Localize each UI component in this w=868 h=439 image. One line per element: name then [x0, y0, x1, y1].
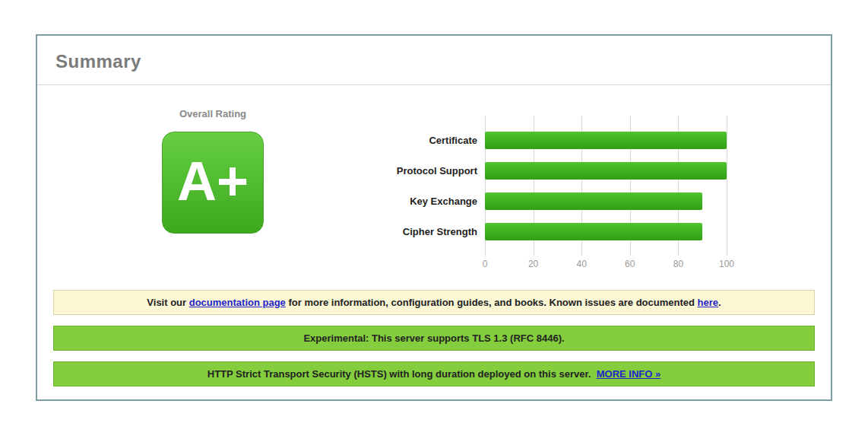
axis-tick-label: 20 — [528, 259, 538, 269]
chart-axis-spacer — [363, 256, 485, 269]
banner-list: Visit our documentation page for more in… — [37, 290, 831, 387]
chart-category-label: Certificate — [363, 125, 485, 155]
chart-bar-row — [485, 155, 727, 186]
overall-rating-label: Overall Rating — [161, 108, 265, 119]
banner-text-gap — [591, 368, 596, 380]
grade-badge: A+ — [162, 132, 264, 234]
banner-text: for more information, configuration guid… — [286, 297, 698, 308]
axis-tick-label: 60 — [625, 259, 635, 269]
hsts-more-info-link[interactable]: MORE INFO » — [597, 368, 661, 380]
chart-bar — [485, 162, 727, 180]
summary-header: Summary — [37, 36, 831, 85]
hsts-banner: HTTP Strict Transport Security (HSTS) wi… — [53, 361, 815, 387]
page-title: Summary — [55, 51, 813, 72]
chart-plot-area — [485, 116, 727, 256]
tls13-banner: Experimental: This server supports TLS 1… — [53, 326, 815, 351]
chart-category-label: Key Exchange — [363, 186, 485, 216]
chart-x-axis: 020406080100 — [485, 256, 727, 269]
grade-value: A+ — [177, 154, 249, 212]
banner-text: . — [718, 297, 721, 308]
chart-bar-row — [485, 216, 727, 247]
summary-content: Overall Rating A+ CertificateProtocol Su… — [37, 85, 831, 290]
axis-tick-label: 0 — [483, 259, 488, 269]
score-bar-chart: CertificateProtocol SupportKey ExchangeC… — [363, 116, 727, 269]
banner-text: HTTP Strict Transport Security (HSTS) wi… — [207, 368, 591, 380]
banner-text: Experimental: This server supports TLS 1… — [303, 332, 564, 344]
chart-main: CertificateProtocol SupportKey ExchangeC… — [363, 116, 727, 256]
chart-bar — [485, 223, 702, 240]
axis-tick-label: 100 — [719, 259, 734, 269]
chart-category-label: Protocol Support — [363, 155, 485, 186]
chart-category-label: Cipher Strength — [363, 216, 485, 247]
chart-bar-row — [485, 125, 727, 155]
overall-rating-block: Overall Rating A+ — [161, 108, 265, 234]
documentation-banner: Visit our documentation page for more in… — [53, 290, 815, 315]
chart-axis-row: 020406080100 — [363, 256, 727, 269]
chart-category-labels: CertificateProtocol SupportKey ExchangeC… — [363, 116, 485, 256]
documentation-page-link[interactable]: documentation page — [189, 297, 286, 308]
summary-panel: Summary Overall Rating A+ CertificatePro… — [36, 34, 832, 401]
axis-tick-label: 40 — [577, 259, 587, 269]
gridline — [727, 116, 727, 256]
chart-bar — [485, 192, 702, 210]
chart-bar — [485, 132, 727, 149]
known-issues-link[interactable]: here — [698, 297, 718, 308]
axis-tick-label: 80 — [673, 259, 683, 269]
banner-text: Visit our — [147, 297, 188, 308]
chart-bar-row — [485, 186, 727, 216]
